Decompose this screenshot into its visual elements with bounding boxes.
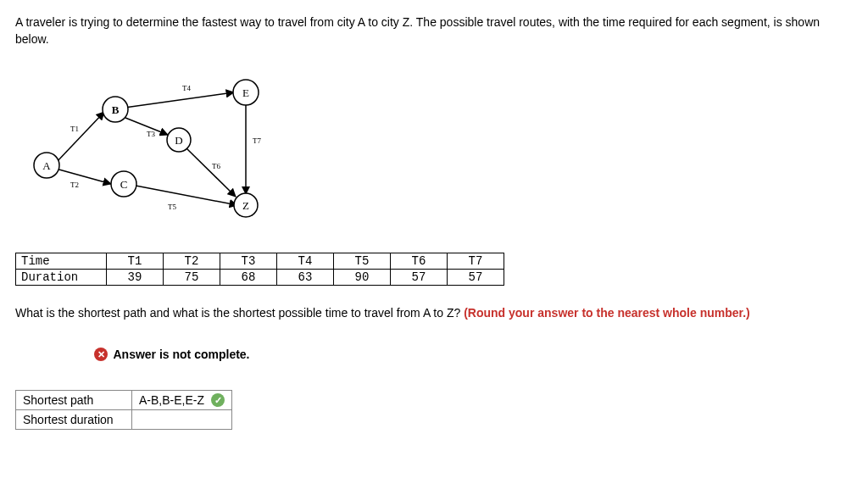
feedback-bar: ✕ Answer is not complete. — [15, 342, 329, 367]
table-row: Shortest path A-B,B-E,E-Z ✓ — [16, 391, 232, 410]
svg-text:T2: T2 — [70, 181, 79, 189]
svg-text:T4: T4 — [182, 84, 191, 92]
shortest-duration-label: Shortest duration — [16, 410, 132, 430]
question-2: What is the shortest path and what is th… — [15, 304, 853, 321]
svg-text:T7: T7 — [253, 136, 261, 145]
svg-line-4 — [136, 186, 237, 205]
svg-text:Z: Z — [242, 199, 249, 212]
table-row: Shortest duration — [16, 410, 232, 430]
svg-text:C: C — [120, 178, 128, 191]
svg-line-3 — [125, 92, 234, 108]
svg-text:E: E — [242, 86, 249, 99]
duration-row-label: Duration — [16, 269, 107, 285]
svg-line-5 — [186, 148, 236, 197]
route-graph: A B C D E Z T1 T2 T3 T4 T5 T6 T7 — [24, 74, 853, 229]
time-row-label: Time — [16, 253, 107, 269]
question-text: A traveler is trying to determine the fa… — [15, 14, 853, 48]
svg-text:T5: T5 — [168, 203, 176, 211]
svg-line-1 — [56, 169, 111, 184]
svg-line-0 — [56, 112, 104, 163]
svg-text:T1: T1 — [70, 125, 79, 133]
answer-table: Shortest path A-B,B-E,E-Z ✓ Shortest dur… — [15, 390, 232, 430]
shortest-path-value: A-B,B-E,E-Z — [139, 393, 204, 407]
shortest-path-label: Shortest path — [16, 391, 132, 410]
feedback-text: Answer is not complete. — [113, 348, 249, 361]
svg-text:T6: T6 — [212, 162, 220, 170]
table-row: Duration 39 75 68 63 90 57 57 — [16, 269, 504, 285]
check-icon: ✓ — [211, 393, 225, 407]
rounding-hint: (Round your answer to the nearest whole … — [464, 306, 750, 320]
shortest-path-cell[interactable]: A-B,B-E,E-Z ✓ — [132, 391, 232, 410]
svg-text:B: B — [112, 103, 120, 116]
error-icon: ✕ — [94, 348, 108, 361]
svg-text:D: D — [175, 134, 182, 147]
shortest-duration-cell[interactable] — [132, 410, 232, 430]
svg-text:T3: T3 — [147, 130, 155, 138]
svg-text:A: A — [42, 159, 51, 172]
question-2-text: What is the shortest path and what is th… — [15, 306, 464, 320]
table-row: Time T1 T2 T3 T4 T5 T6 T7 — [16, 253, 504, 269]
duration-table: Time T1 T2 T3 T4 T5 T6 T7 Duration 39 75… — [15, 253, 504, 286]
